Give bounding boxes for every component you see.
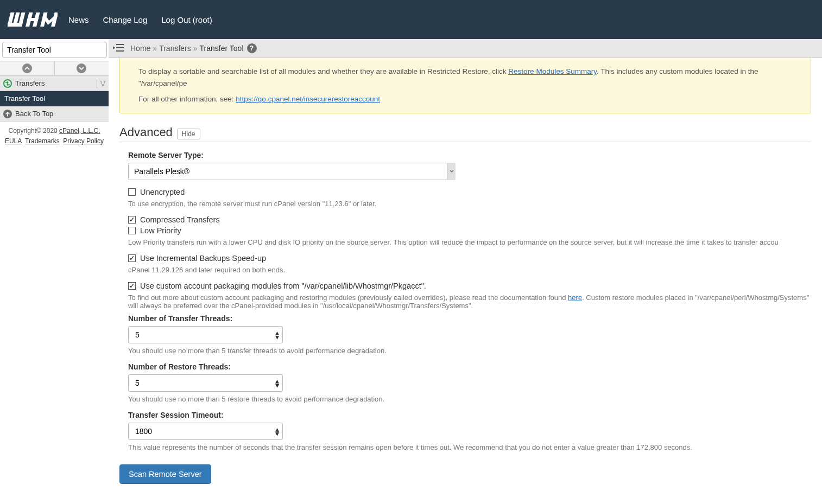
transfer-threads-label: Number of Transfer Threads: — [128, 314, 811, 323]
search-input[interactable] — [2, 42, 107, 58]
menu-toggle-icon[interactable] — [113, 43, 124, 54]
footer-privacy-link[interactable]: Privacy Policy — [63, 137, 104, 145]
top-nav: News Change Log Log Out (root) — [68, 15, 212, 24]
whm-logo — [8, 11, 58, 28]
unencrypted-label: Unencrypted — [140, 188, 185, 196]
hide-section-button[interactable]: Hide — [177, 129, 200, 139]
footer-trademarks-link[interactable]: Trademarks — [25, 137, 60, 145]
low-priority-help: Low Priority transfers run with a lower … — [128, 238, 811, 246]
scan-remote-server-button[interactable]: Scan Remote Server — [119, 464, 211, 484]
transfers-icon — [3, 79, 12, 88]
compressed-transfers-label: Compressed Transfers — [140, 215, 220, 224]
footer-eula-link[interactable]: EULA — [5, 137, 22, 145]
collapse-all-button[interactable] — [0, 61, 54, 75]
arrow-up-icon — [3, 110, 12, 118]
custom-modules-label: Use custom account packaging modules fro… — [140, 282, 426, 290]
sidebar-footer: Copyright© 2020 cPanel, L.L.C. EULA Trad… — [0, 122, 109, 151]
svg-rect-3 — [8, 23, 23, 27]
unencrypted-help: To use encryption, the remote server mus… — [128, 200, 811, 208]
custom-modules-checkbox[interactable] — [128, 282, 136, 290]
incremental-backups-label: Use Incremental Backups Speed-up — [140, 254, 266, 263]
sidebar-category-label: Transfers — [15, 79, 93, 87]
session-timeout-label: Transfer Session Timeout: — [128, 411, 811, 419]
unencrypted-checkbox[interactable] — [128, 188, 136, 196]
section-header-advanced: Advanced Hide — [119, 125, 811, 142]
footer-company-link[interactable]: cPanel, L.L.C. — [59, 127, 100, 135]
session-timeout-help: This value represents the number of seco… — [128, 443, 811, 451]
custom-modules-help: To find out more about custom account pa… — [128, 294, 811, 310]
incremental-backups-help: cPanel 11.29.126 and later required on b… — [128, 266, 811, 274]
low-priority-checkbox[interactable] — [128, 227, 136, 234]
custom-modules-doc-link[interactable]: here — [568, 294, 582, 302]
breadcrumb-transfers[interactable]: Transfers — [159, 44, 191, 53]
restore-modules-summary-link[interactable]: Restore Modules Summary — [508, 67, 597, 75]
expand-all-button[interactable] — [54, 61, 109, 75]
chevron-down-icon: ⋁ — [100, 80, 105, 87]
nav-change-log[interactable]: Change Log — [103, 15, 148, 24]
nav-news[interactable]: News — [68, 15, 89, 24]
back-to-top-label: Back To Top — [15, 110, 53, 118]
sidebar-category-transfers[interactable]: Transfers ⋁ — [0, 76, 109, 91]
insecure-restore-link[interactable]: https://go.cpanel.net/insecurerestoreacc… — [236, 95, 380, 103]
compressed-transfers-checkbox[interactable] — [128, 216, 136, 224]
session-timeout-input[interactable] — [128, 423, 283, 440]
number-spinner[interactable]: ▴▾ — [273, 326, 281, 343]
info-box: To display a sortable and searchable lis… — [119, 58, 811, 113]
help-icon[interactable]: ? — [247, 43, 257, 53]
number-spinner[interactable]: ▴▾ — [273, 423, 281, 440]
remote-server-type-select[interactable]: Parallels Plesk® — [128, 163, 456, 180]
breadcrumb-current: Transfer Tool — [200, 44, 244, 53]
breadcrumb-home[interactable]: Home — [130, 44, 150, 53]
back-to-top[interactable]: Back To Top — [0, 106, 109, 122]
sidebar-item-transfer-tool[interactable]: Transfer Tool — [0, 91, 109, 106]
collapse-bar — [0, 61, 109, 76]
sidebar: Transfers ⋁ Transfer Tool Back To Top Co… — [0, 39, 109, 495]
incremental-backups-checkbox[interactable] — [128, 254, 136, 262]
top-bar: News Change Log Log Out (root) — [0, 0, 822, 39]
section-title: Advanced — [119, 125, 173, 139]
svg-rect-6 — [27, 18, 39, 21]
transfer-threads-input[interactable] — [128, 326, 283, 343]
restore-threads-label: Number of Restore Threads: — [128, 362, 811, 371]
number-spinner[interactable]: ▴▾ — [273, 374, 281, 392]
restore-threads-help: You should use no more than 5 restore th… — [128, 395, 811, 403]
remote-server-type-label: Remote Server Type: — [128, 151, 811, 160]
main-content: Home » Transfers » Transfer Tool ? To di… — [109, 39, 822, 495]
restore-threads-input[interactable] — [128, 374, 283, 392]
search-wrap — [0, 39, 109, 61]
breadcrumb-bar: Home » Transfers » Transfer Tool ? — [109, 39, 822, 58]
transfer-threads-help: You should use no more than 5 transfer t… — [128, 347, 811, 355]
nav-log-out[interactable]: Log Out (root) — [161, 15, 212, 24]
low-priority-label: Low Priority — [140, 226, 181, 235]
